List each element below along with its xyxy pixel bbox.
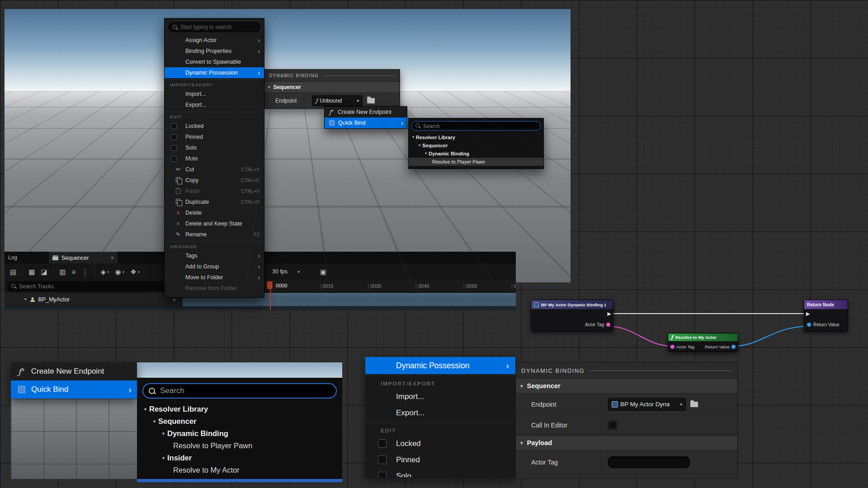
- expander-icon[interactable]: [268, 85, 270, 89]
- category-payload[interactable]: Payload: [516, 435, 737, 450]
- expander-icon[interactable]: [144, 407, 146, 412]
- menu-search-box[interactable]: [168, 22, 260, 32]
- menu-item-import[interactable]: Import...: [365, 389, 515, 405]
- menu-item-create-new-endpoint[interactable]: Create New Endpoint: [11, 362, 137, 380]
- render-movie-icon[interactable]: [28, 268, 35, 275]
- menu-item-rename[interactable]: RenameF2: [165, 229, 264, 240]
- menu-item-delete-and-keep-state[interactable]: Delete and Keep State: [165, 218, 264, 229]
- create-camera-icon[interactable]: [41, 268, 47, 275]
- menu-item-locked[interactable]: Locked: [165, 121, 264, 131]
- menu-item-pinned[interactable]: Pinned: [365, 452, 515, 468]
- menu-item-tags[interactable]: Tags: [165, 250, 264, 261]
- category-sequencer[interactable]: Sequencer: [516, 378, 737, 394]
- expander-icon[interactable]: [162, 456, 165, 460]
- shot-track-icon[interactable]: [60, 268, 66, 275]
- menu-item-paste[interactable]: PasteCTRL+V: [165, 186, 264, 197]
- exec-input-pin[interactable]: [806, 311, 810, 316]
- keyframe-options-icon[interactable]: [130, 268, 140, 275]
- track-header-row[interactable]: BP_MyActor: [5, 293, 183, 306]
- resolver-search-input[interactable]: [423, 123, 537, 129]
- pinned-checkbox[interactable]: [171, 134, 177, 140]
- mute-checkbox[interactable]: [171, 156, 177, 162]
- menu-item-binding-properties[interactable]: Binding Properties: [165, 46, 264, 56]
- expander-icon[interactable]: [520, 441, 523, 446]
- exec-output-pin[interactable]: [608, 311, 611, 316]
- menu-item-solo[interactable]: Solo: [365, 468, 515, 477]
- solo-checkbox[interactable]: [378, 472, 387, 477]
- menu-item-import[interactable]: Import...: [165, 89, 264, 99]
- browse-to-asset-icon[interactable]: [367, 98, 375, 103]
- actor-tag-input-pin[interactable]: Actor Tag: [670, 344, 694, 349]
- endpoint-dropdown[interactable]: BP My Actor Dyna: [608, 398, 686, 411]
- resolve-function-node[interactable]: Resolve to My Actor Actor Tag Return Val…: [668, 333, 738, 352]
- settings-icon[interactable]: [101, 268, 109, 275]
- menu-item-export[interactable]: Export...: [365, 405, 515, 421]
- expander-icon[interactable]: [425, 152, 427, 155]
- expander-icon[interactable]: [520, 384, 523, 389]
- category-sequencer[interactable]: Sequencer: [264, 81, 400, 93]
- menu-item-duplicate[interactable]: DuplicateCTRL+D: [165, 197, 264, 207]
- locked-checkbox[interactable]: [171, 123, 177, 129]
- expander-icon[interactable]: [162, 432, 165, 436]
- return-value-input-pin[interactable]: Return Value: [807, 322, 840, 327]
- save-icon[interactable]: [10, 268, 16, 275]
- return-node[interactable]: Return Node Return Value: [804, 300, 848, 332]
- call-in-editor-checkbox[interactable]: [608, 421, 617, 430]
- camera-lock-icon[interactable]: [320, 268, 326, 275]
- tree-item-resolve-to-my-actor[interactable]: Resolve to My Actor: [137, 464, 342, 476]
- solo-checkbox[interactable]: [171, 145, 177, 151]
- menu-item-solo[interactable]: Solo: [165, 142, 264, 153]
- menu-item-convert-to-spawnable[interactable]: Convert to Spawnable: [165, 56, 264, 67]
- menu-item-move-to-folder[interactable]: Move to Folder: [165, 272, 264, 283]
- expander-icon[interactable]: [153, 419, 156, 424]
- tree-item-resolver-library[interactable]: Resolver Library: [409, 133, 543, 141]
- menu-item-mute[interactable]: Mute: [165, 153, 264, 164]
- playhead-line[interactable]: [270, 288, 271, 310]
- resolver-search-box[interactable]: [411, 121, 541, 131]
- menu-item-pinned[interactable]: Pinned: [165, 131, 264, 142]
- tree-item-insider[interactable]: Insider: [137, 452, 342, 464]
- expander-icon[interactable]: [24, 297, 27, 301]
- log-tab[interactable]: Log: [8, 254, 17, 261]
- sequencer-tab[interactable]: Sequencer: [49, 252, 118, 263]
- locked-checkbox[interactable]: [378, 439, 387, 448]
- menu-item-cut[interactable]: CutCTRL+X: [165, 164, 264, 175]
- track-search-box[interactable]: [8, 282, 179, 291]
- tree-item-sequencer[interactable]: Sequencer: [137, 415, 342, 427]
- tree-item-sequencer[interactable]: Sequencer: [409, 141, 543, 150]
- more-options-icon[interactable]: [82, 268, 89, 275]
- tree-item-resolve-to-player-pawn[interactable]: Resolve to Player Pawn: [137, 440, 342, 452]
- expander-icon[interactable]: [419, 144, 420, 147]
- binding-endpoint-node[interactable]: BP My Actor Dynamic Binding 1 Actor Tag: [531, 300, 613, 332]
- track-search-input[interactable]: [19, 283, 176, 290]
- tree-item-resolver-library[interactable]: Resolver Library: [137, 403, 342, 415]
- fps-selector[interactable]: 30 fps: [272, 268, 288, 275]
- menu-item-add-to-group[interactable]: Add to Group: [165, 261, 264, 272]
- menu-item-copy[interactable]: CopyCTRL+C: [165, 175, 264, 186]
- resolver-search-box[interactable]: [142, 383, 337, 399]
- tree-item-dynamic-binding[interactable]: Dynamic Binding: [137, 427, 342, 440]
- menu-item-quick-bind[interactable]: Quick Bind: [11, 380, 137, 399]
- close-icon[interactable]: [110, 255, 114, 261]
- expander-icon[interactable]: [412, 136, 414, 139]
- menu-item-remove-from-folder[interactable]: Remove from Folder: [165, 283, 264, 294]
- actor-tag-output-pin[interactable]: Actor Tag: [585, 322, 610, 327]
- actor-tag-input[interactable]: [608, 456, 690, 468]
- endpoint-dropdown[interactable]: Unbound: [312, 95, 363, 106]
- view-options-icon[interactable]: [115, 268, 125, 275]
- pinned-checkbox[interactable]: [378, 455, 387, 464]
- tree-item-dynamic-binding[interactable]: Dynamic Binding: [409, 150, 543, 158]
- menu-item-create-new-endpoint[interactable]: Create New Endpoint: [325, 107, 407, 117]
- menu-item-assign-actor[interactable]: Assign Actor: [165, 35, 264, 46]
- menu-item-delete[interactable]: Delete: [165, 207, 264, 218]
- menu-item-locked[interactable]: Locked: [365, 436, 515, 452]
- browse-to-asset-icon[interactable]: [690, 402, 698, 407]
- menu-item-quick-bind[interactable]: Quick Bind: [325, 117, 407, 128]
- return-value-output-pin[interactable]: Return Value: [705, 344, 736, 349]
- track-filters-icon[interactable]: [72, 268, 76, 275]
- resolver-search-input[interactable]: [160, 386, 330, 395]
- menu-item-export[interactable]: Export...: [165, 99, 264, 110]
- menu-item-dynamic-possession[interactable]: Dynamic Possession: [365, 357, 515, 374]
- menu-item-dynamic-possession[interactable]: Dynamic Possession: [165, 67, 264, 78]
- tree-item-resolve-to-player-pawn[interactable]: Resolve to Player Pawn: [409, 158, 543, 166]
